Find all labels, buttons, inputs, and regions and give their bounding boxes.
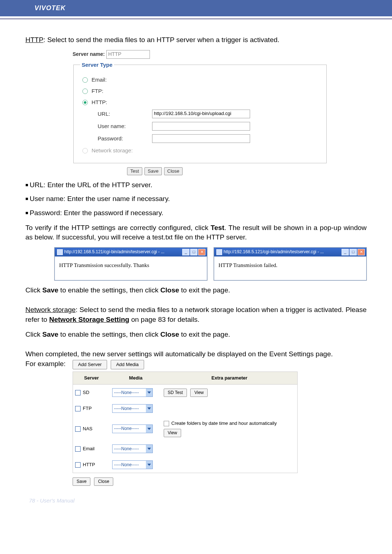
netstorage-link[interactable]: Network Storage Setting xyxy=(49,316,129,323)
minimize-icon[interactable]: _ xyxy=(342,249,349,255)
pass-row: Password: xyxy=(98,134,320,143)
maximize-icon[interactable]: □ xyxy=(350,249,357,255)
media-dropdown-ftp[interactable]: -----None----- xyxy=(112,404,153,413)
radio-http[interactable] xyxy=(82,100,88,105)
table-row-nas: NAS -----None----- Create folders by dat… xyxy=(73,416,298,441)
svg-marker-1 xyxy=(147,407,151,410)
media-dropdown-nas[interactable]: -----None----- xyxy=(112,424,153,433)
server-name-row: Server name: HTTP xyxy=(73,50,367,59)
http-fields: URL: http://192.168.5.10/cgi-bin/upload.… xyxy=(98,110,320,143)
server-buttons: Test Save Close xyxy=(127,167,367,175)
square-bullet-icon: ■ xyxy=(25,196,28,201)
user-row: User name: xyxy=(98,122,320,131)
netstorage-para: Network storage: Select to send the medi… xyxy=(25,305,367,324)
add-media-button[interactable]: Add Media xyxy=(111,360,144,369)
pass-input[interactable] xyxy=(152,134,250,143)
radio-email-label: Email: xyxy=(91,77,107,83)
close-icon[interactable]: ✕ xyxy=(198,249,205,255)
col-extra: Extra parameter xyxy=(162,372,298,384)
svg-marker-0 xyxy=(147,391,151,394)
popup-success-titlebar: http://192.168.5.121/cgi-bin/admin/tests… xyxy=(55,248,207,257)
media-dropdown-http[interactable]: -----None----- xyxy=(112,460,153,469)
test-word: Test xyxy=(211,224,224,231)
http-label: HTTP xyxy=(25,36,44,44)
table-row-http: HTTP -----None----- xyxy=(73,457,298,473)
popup-fail-titlebar: http://192.168.5.121/cgi-bin/admin/tests… xyxy=(214,248,366,257)
media-dropdown-email[interactable]: -----None----- xyxy=(112,444,153,453)
pass-label: Password: xyxy=(98,135,152,142)
radio-email-row[interactable]: Email: xyxy=(82,76,320,83)
user-input[interactable] xyxy=(152,122,250,131)
add-server-button[interactable]: Add Server xyxy=(73,360,107,369)
test-button[interactable]: Test xyxy=(127,167,142,175)
server-name-label: Server name: xyxy=(73,51,105,57)
radio-ftp-label: FTP: xyxy=(91,88,103,94)
table-row-sd: SD -----None----- SD Test View xyxy=(73,385,298,401)
for-example-label: For example: xyxy=(25,359,73,486)
nas-view-button[interactable]: View xyxy=(164,429,181,437)
popup-fail-winbtns: _ □ ✕ xyxy=(342,249,365,255)
chevron-down-icon xyxy=(146,405,152,413)
brand-header: VIVOTEK xyxy=(0,0,392,16)
server-type-legend: Server Type xyxy=(80,61,114,69)
radio-http-label: HTTP: xyxy=(91,99,107,105)
popup-success-title: http://192.168.5.121/cgi-bin/admin/tests… xyxy=(64,249,182,255)
event-save-button[interactable]: Save xyxy=(73,477,90,486)
popup-success: http://192.168.5.121/cgi-bin/admin/tests… xyxy=(54,247,207,280)
event-settings-panel: Add Server Add Media Server Media Extra … xyxy=(73,360,298,486)
ie-icon xyxy=(216,249,222,255)
close-icon[interactable]: ✕ xyxy=(358,249,365,255)
square-bullet-icon: ■ xyxy=(25,182,28,188)
radio-email[interactable] xyxy=(82,77,88,83)
checkbox-email[interactable] xyxy=(75,446,81,452)
event-table: Server Media Extra parameter SD -----Non… xyxy=(73,372,298,473)
save-close-para-1: Click Save to enable the settings, then … xyxy=(25,286,367,295)
radio-ftp[interactable] xyxy=(82,89,88,94)
col-server: Server xyxy=(73,372,110,384)
bullet-url: ■URL: Enter the URL of the HTTP server. xyxy=(25,180,367,190)
checkbox-nas[interactable] xyxy=(75,426,81,432)
radio-network xyxy=(82,148,88,153)
maximize-icon[interactable]: □ xyxy=(190,249,197,255)
event-footer-buttons: Save Close xyxy=(73,477,298,486)
server-name-input[interactable]: HTTP xyxy=(106,50,150,59)
minimize-icon[interactable]: _ xyxy=(182,249,189,255)
close-button[interactable]: Close xyxy=(164,167,183,175)
checkbox-http[interactable] xyxy=(75,462,81,468)
sd-view-button[interactable]: View xyxy=(190,389,208,397)
event-close-button[interactable]: Close xyxy=(94,477,113,486)
verify-paragraph: To verify if the HTTP settings are corre… xyxy=(25,223,367,242)
radio-http-row[interactable]: HTTP: xyxy=(82,98,320,106)
popup-fail-body: HTTP Transmission failed. xyxy=(214,257,366,280)
media-dropdown-sd[interactable]: -----None----- xyxy=(112,388,153,397)
checkbox-ftp[interactable] xyxy=(75,406,81,411)
popup-fail: http://192.168.5.121/cgi-bin/admin/tests… xyxy=(214,247,367,280)
bullet-pass: ■Password: Enter the password if necessa… xyxy=(25,208,367,218)
svg-marker-4 xyxy=(147,464,151,466)
url-label: URL: xyxy=(98,110,152,118)
square-bullet-icon: ■ xyxy=(25,210,28,216)
save-close-para-2: Click Save to enable the settings, then … xyxy=(25,330,367,340)
chevron-down-icon xyxy=(146,425,152,433)
col-media: Media xyxy=(110,372,162,384)
radio-network-label: Network storage: xyxy=(91,147,132,153)
checkbox-sd[interactable] xyxy=(75,390,81,395)
popup-row: http://192.168.5.121/cgi-bin/admin/tests… xyxy=(54,247,367,280)
server-settings-panel: Server name: HTTP Server Type Email: FTP… xyxy=(73,50,367,175)
netstorage-label: Network storage xyxy=(25,306,75,313)
event-tabs: Add Server Add Media xyxy=(73,360,298,369)
page-content: HTTP: Select to send the media files to … xyxy=(0,19,392,522)
page-footer: 78 - User's Manual xyxy=(29,497,367,504)
completed-para: When completed, the new server settings … xyxy=(25,349,367,486)
checkbox-auto-folders[interactable] xyxy=(164,421,169,426)
http-desc: : Select to send the media files to an H… xyxy=(44,36,279,44)
radio-ftp-row[interactable]: FTP: xyxy=(82,87,320,95)
table-row-ftp: FTP -----None----- xyxy=(73,401,298,416)
svg-marker-2 xyxy=(147,428,151,430)
event-table-header: Server Media Extra parameter xyxy=(73,372,298,384)
url-input[interactable]: http://192.168.5.10/cgi-bin/upload.cgi xyxy=(152,110,250,118)
url-row: URL: http://192.168.5.10/cgi-bin/upload.… xyxy=(98,110,320,118)
popup-success-winbtns: _ □ ✕ xyxy=(182,249,205,255)
sd-test-button[interactable]: SD Test xyxy=(164,389,187,397)
save-button[interactable]: Save xyxy=(144,167,162,175)
